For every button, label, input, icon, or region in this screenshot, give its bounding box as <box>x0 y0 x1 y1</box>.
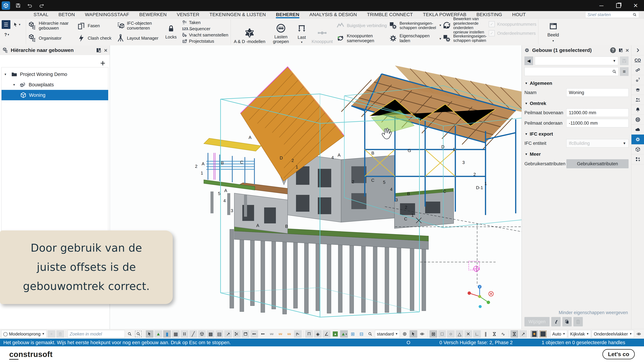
cloud-icon[interactable] <box>632 125 644 134</box>
chevron-down-icon[interactable]: ▾ <box>4 72 8 76</box>
select-view-icon[interactable] <box>242 330 250 338</box>
ifc-objecten-converteren-button[interactable]: IFC-objecten converteren <box>116 21 160 30</box>
peilmaat-bovenaan-input[interactable]: 11000.00 mm <box>566 108 628 117</box>
select-cut-icon[interactable] <box>233 330 241 338</box>
tab-trimble-connect[interactable]: TRIMBLE CONNECT <box>367 11 413 18</box>
locks-button[interactable]: Locks <box>162 19 180 45</box>
render-cone-icon[interactable]: ▲● <box>340 330 348 338</box>
trimble-connect-icon[interactable]: CO <box>632 55 644 65</box>
search-selection-icon[interactable] <box>134 330 142 338</box>
property-list-button[interactable]: ≡ <box>620 67 628 76</box>
select-area-icon[interactable]: ▮ <box>163 330 171 338</box>
kijkvlak-dropdown[interactable]: Kijkvlak▼ <box>568 330 591 338</box>
model-origin-dropdown[interactable]: ◯Modeloorsprong▼ <box>1 330 46 338</box>
snap-grid-blue2-icon[interactable]: ⊟ <box>358 330 365 338</box>
select-tool-button[interactable]: ▾ <box>12 20 22 29</box>
snap-hourglass-dots-icon[interactable]: ⋈ <box>490 330 498 338</box>
handle-dot-icon[interactable] <box>530 330 538 338</box>
snap-parallel-icon[interactable]: ∥ <box>482 330 490 338</box>
minimize-button[interactable]: ─ <box>598 2 605 9</box>
select-screw-icon[interactable] <box>259 330 267 338</box>
select-weld-orange2-icon[interactable] <box>285 330 293 338</box>
select-corner-icon[interactable] <box>294 330 302 338</box>
save-icon[interactable] <box>14 2 22 9</box>
lasten-groepen-button[interactable]: Lasten groepen <box>268 19 294 45</box>
minder-eigenschappen-link[interactable]: Minder eigenschappen weergeven <box>524 308 628 317</box>
quick-launch-search[interactable]: Snel starten <box>585 12 639 18</box>
select-weld-icon[interactable] <box>268 330 276 338</box>
peilmaat-onderaan-input[interactable]: -11000.00 mm <box>566 119 628 127</box>
layout-manager-button[interactable]: Layout Manager <box>116 34 160 43</box>
snap-circle-icon[interactable]: ○ <box>447 330 455 338</box>
knooppunten-samenvoegen-button[interactable]: Knooppunten samenvoegen <box>336 33 387 44</box>
beeld-button[interactable]: Beeld▾ <box>539 19 568 45</box>
ad-modellen-button[interactable]: A & D -modellen <box>232 19 268 45</box>
menu-hamburger-button[interactable]: ☰ <box>2 20 10 29</box>
pick-properties-button[interactable] <box>551 317 561 326</box>
select-points-icon[interactable] <box>180 330 188 338</box>
projectstatus-button[interactable]: Projectstatus <box>182 38 228 44</box>
hierarchie-naar-gebouwen-button[interactable]: Hiërarchie naar gebouwen <box>28 21 72 30</box>
model-cube-icon[interactable] <box>632 144 644 154</box>
properties-gear-icon-active[interactable] <box>632 134 644 144</box>
bewerken-opnieuw-instellen-button[interactable]: Bewerken van geselecteerde onderdelen op… <box>442 20 487 31</box>
link-icon[interactable] <box>632 65 644 75</box>
section-omtrek[interactable]: ▼Omtrek <box>522 98 631 107</box>
select-weld-arrow-icon[interactable]: ↗ <box>224 330 232 338</box>
ribbon-dropdown-carets[interactable]: ▾▾ <box>439 19 442 45</box>
property-preset-dropdown[interactable]: ▼ <box>535 56 618 65</box>
select-line-icon[interactable]: ╱ <box>189 330 197 338</box>
clash-check-button[interactable]: Clash check <box>77 34 112 43</box>
tree-item-woning-selected[interactable]: Woning <box>2 90 108 100</box>
model-search-input[interactable]: Zoeken in model <box>68 330 125 338</box>
property-search-input[interactable] <box>524 67 618 76</box>
select-part-icon[interactable] <box>198 330 206 338</box>
tab-wapeningsstaaf[interactable]: WAPENINGSSTAAF <box>85 11 129 18</box>
select-bolt-icon[interactable] <box>250 330 258 338</box>
close-panel-icon[interactable]: × <box>104 47 107 54</box>
tab-venster[interactable]: VENSTER <box>177 11 200 18</box>
add-building-button[interactable]: + <box>100 59 105 68</box>
fasen-button[interactable]: Fasen <box>77 21 112 30</box>
tab-hout[interactable]: HOUT <box>512 11 526 18</box>
snap-box-x-icon[interactable]: ⊠ <box>430 330 437 338</box>
snap-box-icon[interactable]: □ <box>438 330 446 338</box>
select-grid-icon[interactable]: ▦ <box>172 330 180 338</box>
snap-cross-icon[interactable]: ✕ <box>464 330 472 338</box>
render-image-icon[interactable]: ▲ <box>332 330 339 338</box>
sequencer-button[interactable]: 123…Sequencer <box>182 26 228 32</box>
dock-icon[interactable] <box>618 48 623 53</box>
tab-beton[interactable]: BETON <box>58 11 75 18</box>
naam-input[interactable]: Woning <box>566 88 628 97</box>
handle-square-icon[interactable] <box>539 330 547 338</box>
view-eye-icon[interactable] <box>635 330 643 338</box>
tab-bewerken[interactable]: BEWERKEN <box>139 11 166 18</box>
section-meer[interactable]: ▼Meer <box>522 148 631 158</box>
snap-triangle-icon[interactable]: △ <box>456 330 464 338</box>
select-cone-icon[interactable]: ▲ <box>154 330 162 338</box>
tab-beheren[interactable]: BEHEREN <box>276 11 299 18</box>
select-layers-icon[interactable]: ◈ <box>314 330 322 338</box>
learning-cap-icon[interactable] <box>632 85 644 95</box>
snap-perpendicular-icon[interactable]: ∟ <box>473 330 481 338</box>
auto-dropdown[interactable]: Auto▼ <box>550 330 567 338</box>
gear-question-icon[interactable] <box>632 75 644 85</box>
select-cursor-icon[interactable] <box>146 330 154 338</box>
zoom-pin-icon[interactable] <box>366 330 374 338</box>
select-weld-orange-icon[interactable] <box>276 330 284 338</box>
snap-freeline-icon[interactable]: ∿ <box>499 330 507 338</box>
gebruikersattributen-button[interactable]: Gebruikersattributen <box>566 159 628 168</box>
snap-grid-blue-icon[interactable]: ⊞ <box>349 330 356 338</box>
snap-arrow-icon[interactable]: ↗ <box>519 330 527 338</box>
select-mesh-icon[interactable]: ▩ <box>207 330 214 338</box>
last-button[interactable]: Last▾ <box>294 19 309 45</box>
standard-dropdown[interactable]: standard▼ <box>375 330 400 338</box>
help-tool-button[interactable]: ?▾ <box>2 30 12 39</box>
select-load-icon[interactable] <box>305 330 313 338</box>
back-button[interactable]: ◀ <box>524 56 533 65</box>
section-algemeen[interactable]: ▼Algemeen <box>522 78 631 87</box>
copy-properties-button[interactable] <box>562 317 572 326</box>
globe-icon[interactable] <box>632 115 644 125</box>
section-ifc-export[interactable]: ▼IFC export <box>522 128 631 138</box>
smart-select-cursor-icon[interactable] <box>410 330 417 338</box>
